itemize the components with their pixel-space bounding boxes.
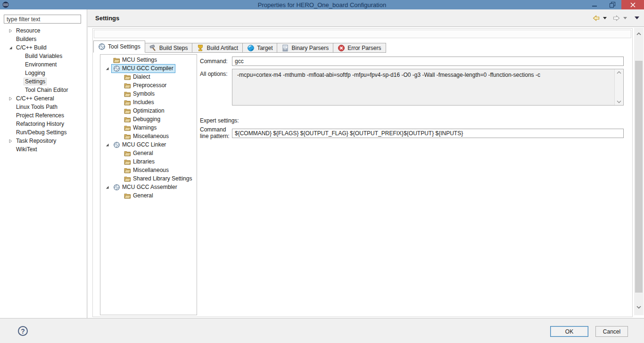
sidebar-item-c-c-build[interactable]: C/C++ Build (0, 43, 86, 52)
tree-item-label: Linux Tools Path (15, 103, 59, 111)
tool-tree-item-mcu-gcc-linker[interactable]: MCU GCC Linker (100, 140, 197, 149)
build-artifact-icon (197, 44, 204, 52)
tool-settings-tree: MCU SettingsMCU GCC CompilerDialectPrepr… (100, 55, 197, 200)
titlebar[interactable]: Properties for HERO_One_board Configurat… (0, 0, 644, 9)
tree-item-label: Builders (15, 35, 38, 43)
vertical-scrollbar[interactable] (634, 28, 644, 315)
tree-item-label: Environment (24, 61, 58, 68)
tree-node: MCU GCC Assembler (111, 183, 179, 192)
tree-item-label: General (133, 192, 153, 199)
tool-tree-item-mcu-settings[interactable]: MCU Settings (100, 56, 197, 64)
scrollbar-thumb[interactable] (635, 61, 643, 293)
tab-build-steps[interactable]: Build Steps (145, 43, 193, 53)
collapsed-twistie-icon[interactable] (8, 29, 15, 33)
expanded-twistie-icon[interactable] (8, 46, 15, 50)
ok-button[interactable]: OK (550, 326, 588, 337)
category-folder-icon (124, 82, 131, 89)
tool-tree-item-miscellaneous[interactable]: Miscellaneous (100, 166, 197, 174)
tool-icon (113, 141, 120, 148)
sidebar-item-linux-tools-path[interactable]: Linux Tools Path (0, 103, 86, 111)
collapsed-twistie-icon[interactable] (8, 139, 15, 143)
tool-tree-item-includes[interactable]: Includes (100, 98, 197, 106)
properties-dialog: Properties for HERO_One_board Configurat… (0, 0, 644, 343)
settings-header: Settings (88, 9, 644, 27)
tool-tree-item-preprocessor[interactable]: Preprocessor (100, 81, 197, 90)
filter-input[interactable] (4, 15, 81, 24)
tool-tree-item-dialect[interactable]: Dialect (100, 73, 197, 81)
sidebar-item-wikitext[interactable]: WikiText (0, 145, 86, 154)
expanded-twistie-icon[interactable] (105, 143, 111, 147)
all-options-textarea[interactable]: -mcpu=cortex-m4 -mthumb -mfloat-abi=soft… (232, 69, 624, 106)
tab-label: Error Parsers (347, 45, 381, 51)
tab-target[interactable]: Target (242, 43, 277, 53)
tool-icon (113, 65, 120, 72)
tab-build-artifact[interactable]: Build Artifact (192, 43, 243, 53)
tool-tree-item-general[interactable]: General (100, 149, 197, 157)
toolbar-placeholder (94, 30, 631, 38)
sidebar-item-resource[interactable]: Resource (0, 26, 86, 35)
restore-button[interactable] (603, 0, 621, 9)
tool-tree-item-mcu-gcc-assembler[interactable]: MCU GCC Assembler (100, 183, 197, 191)
scroll-up-icon[interactable] (617, 71, 621, 74)
tab-label: Target (257, 45, 272, 51)
sidebar-item-settings[interactable]: Settings (0, 77, 86, 86)
sidebar-item-build-variables[interactable]: Build Variables (0, 52, 86, 60)
collapsed-twistie-icon[interactable] (8, 97, 15, 101)
tree-item-label: Symbols (133, 90, 155, 97)
tab-binary-parsers[interactable]: 010Binary Parsers (277, 43, 333, 53)
tool-tree-item-symbols[interactable]: Symbols (100, 90, 197, 98)
sidebar-item-project-references[interactable]: Project References (0, 111, 86, 120)
tab-label: Build Artifact (206, 45, 238, 51)
back-arrow-icon[interactable] (592, 15, 600, 21)
sidebar-item-task-repository[interactable]: Task Repository (0, 137, 86, 145)
build-steps-icon (149, 44, 157, 52)
all-options-scrollbar[interactable] (614, 69, 623, 105)
tree-node: Dialect (122, 73, 152, 81)
command-input[interactable] (232, 57, 624, 66)
scroll-up-icon[interactable] (636, 33, 641, 35)
category-folder-icon (124, 167, 131, 173)
view-menu-icon[interactable] (635, 16, 639, 19)
minimize-button[interactable] (586, 0, 603, 9)
tool-tree-item-libraries[interactable]: Libraries (100, 157, 197, 166)
back-menu-arrow-icon[interactable] (603, 17, 607, 19)
tool-tree-item-shared-library-settings[interactable]: Shared Library Settings (100, 174, 197, 183)
tree-node: Symbols (122, 90, 157, 98)
expanded-twistie-icon[interactable] (105, 66, 111, 71)
all-options-value: -mcpu=cortex-m4 -mthumb -mfloat-abi=soft… (232, 69, 614, 105)
help-button[interactable]: ? (18, 326, 28, 336)
sidebar-item-builders[interactable]: Builders (0, 35, 86, 43)
sidebar-item-c-c-general[interactable]: C/C++ General (0, 94, 86, 103)
sidebar-item-environment[interactable]: Environment (0, 60, 86, 69)
tool-tree-item-general[interactable]: General (100, 191, 197, 200)
tool-tree-item-miscellaneous[interactable]: Miscellaneous (100, 132, 197, 140)
expanded-twistie-icon[interactable] (105, 185, 111, 189)
scroll-down-icon[interactable] (617, 100, 621, 103)
scroll-down-icon[interactable] (636, 306, 641, 309)
tree-item-label: Includes (133, 99, 154, 106)
tool-tree-item-warnings[interactable]: Warnings (100, 123, 197, 132)
tree-node: Preprocessor (122, 81, 168, 90)
forward-menu-arrow-icon[interactable] (623, 17, 627, 19)
svg-text:010: 010 (284, 48, 288, 50)
tree-item-label: MCU GCC Assembler (122, 184, 177, 190)
tab-error-parsers[interactable]: Error Parsers (333, 43, 386, 53)
close-button[interactable] (621, 0, 644, 9)
tool-tree-item-debugging[interactable]: Debugging (100, 115, 197, 123)
cancel-button[interactable]: Cancel (595, 326, 628, 337)
settings-tab-strip: Tool SettingsBuild StepsBuild ArtifactTa… (93, 41, 386, 53)
category-folder-icon (124, 176, 131, 182)
forward-arrow-icon[interactable] (612, 15, 620, 21)
tool-tree-item-mcu-gcc-compiler[interactable]: MCU GCC Compiler (100, 64, 197, 73)
sidebar-item-tool-chain-editor[interactable]: Tool Chain Editor (0, 86, 86, 94)
sidebar-item-logging[interactable]: Logging (0, 69, 86, 77)
tree-item-label: Refactoring History (15, 120, 66, 128)
sidebar-item-refactoring-history[interactable]: Refactoring History (0, 120, 86, 128)
sidebar-item-run-debug-settings[interactable]: Run/Debug Settings (0, 128, 86, 137)
command-line-pattern-input[interactable] (232, 129, 624, 138)
tree-node: MCU GCC Linker (111, 140, 168, 149)
tool-tree-item-optimization[interactable]: Optimization (100, 106, 197, 115)
tab-tool-settings[interactable]: Tool Settings (93, 41, 145, 53)
category-folder-icon (124, 91, 131, 97)
tree-node: Miscellaneous (122, 132, 171, 140)
